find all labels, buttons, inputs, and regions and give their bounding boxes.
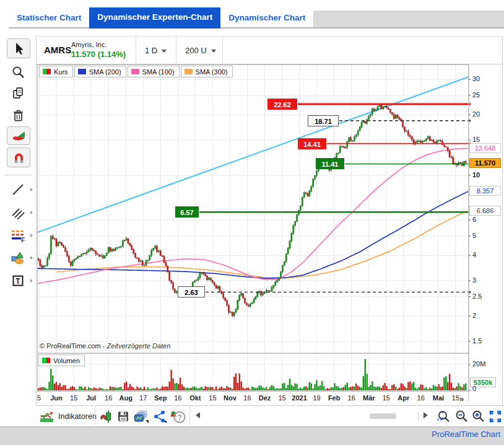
toolbar-thin-divider [418,411,419,420]
share-icon [153,410,167,423]
line-tool-button[interactable] [7,181,29,198]
zoom-out-icon [454,410,468,423]
scroll-forward-chevron[interactable]: » [459,394,464,403]
submenu-arrow-icon [30,211,33,214]
legend-item-sma-300-[interactable]: SMA (300) [181,66,233,77]
magnet-snap-button[interactable] [7,148,30,167]
legend-label: SMA (200) [89,68,121,76]
share-button[interactable] [152,408,167,425]
header-divider [176,37,176,64]
header-divider [222,37,223,64]
instrument-symbol: AMRS [44,45,71,55]
units-value: 200 U [185,46,207,55]
line-icon [11,183,25,196]
svg-text:F: F [21,237,25,243]
floppy-save-icon [117,410,129,423]
instrument-name: Amyris, Inc. [71,41,106,48]
legend-swatch-icon [131,69,139,74]
fibonacci-tool-button[interactable]: F [7,227,29,244]
submenu-arrow-icon [30,234,33,237]
legend-item-sma-100-[interactable]: SMA (100) [128,66,180,77]
price-level-badge-18.71[interactable]: 18.71 [308,115,339,126]
delete-tool-button[interactable] [7,107,29,124]
fullscreen-expand-icon [489,410,502,423]
price-level-badge-2.63[interactable]: 2.63 [178,286,205,297]
fibonacci-icon: F [11,229,25,242]
parallel-lines-icon [11,206,25,219]
svg-text:?: ? [178,413,182,422]
shapes-icon [11,251,25,265]
indicators-icon [40,410,54,423]
copy-tool-button[interactable] [7,84,29,102]
trash-icon [11,108,25,122]
zoom-tool-button[interactable] [7,63,29,81]
scroll-left-button[interactable] [196,412,200,418]
chevron-down-icon [211,50,216,53]
legend-item-sma-200-[interactable]: SMA (200) [74,66,126,77]
chart-views-button[interactable] [133,408,150,425]
alert-help-icon: ? [169,410,186,423]
legend-item-kurs[interactable]: Kurs [39,66,73,77]
text-icon: T [11,274,25,288]
instrument-price-change: 11.570 (1.14%) [71,50,126,59]
tab-dynamic-expert-chart[interactable]: Dynamischer Experten-Chart [89,7,220,29]
shapes-tool-button[interactable] [7,249,29,267]
scroll-right-button[interactable] [424,412,428,418]
price-level-badge-14.41[interactable]: 14.41 [298,138,326,149]
submenu-arrow-icon [30,188,33,192]
parallel-lines-tool-button[interactable] [7,204,29,221]
svg-text:T: T [15,277,20,286]
cursor-tool-button[interactable] [7,38,30,58]
text-tool-button[interactable]: T [7,272,29,289]
cursor-icon [12,42,25,55]
price-level-badge-22.62[interactable]: 22.62 [267,99,297,110]
trend-detect-button[interactable] [7,126,30,145]
tab-strip-filler [313,11,504,29]
timeframe-dropdown[interactable]: 1 D [145,37,167,64]
trend-swoosh-icon [11,130,26,142]
tab-dynamic-chart[interactable]: Dynamischer Chart [220,9,313,29]
magnifier-icon [11,65,25,79]
chart-settings-button[interactable] [99,408,114,425]
zoom-out-button[interactable] [454,408,469,425]
chart-legend: KursSMA (200)SMA (100)SMA (300) [39,66,233,77]
legend-label: SMA (100) [142,68,175,76]
save-button[interactable] [116,408,131,425]
chevron-down-icon [162,50,167,53]
prorealtime-chart-link[interactable]: ProRealTime Chart [432,430,500,439]
price-level-badge-11.41[interactable]: 11.41 [316,158,344,169]
volume-swatch-icon [42,358,50,363]
zoom-fit-icon [436,410,451,423]
fullscreen-button[interactable] [488,408,503,425]
volume-legend: Volumen [38,355,85,366]
prorealtime-app: Statischer Chart Dynamischer Experten-Ch… [0,0,504,445]
zoom-fit-button[interactable] [435,408,451,425]
toolbar-separator [189,407,190,425]
legend-label: Kurs [54,68,68,76]
tab-static-chart[interactable]: Statischer Chart [9,9,89,29]
stacked-windows-icon [133,410,149,423]
chart-scrollbar-thumb[interactable] [370,413,396,419]
price-level-badge-6.57[interactable]: 6.57 [175,206,199,218]
chart-toolbar: Indikatoren ? [36,405,504,426]
units-dropdown[interactable]: 200 U [185,37,216,64]
footer-strip: ProRealTime Chart [0,426,504,445]
toolbar-separator [95,407,95,425]
header-divider [136,37,136,64]
legend-swatch-icon [185,69,193,74]
legend-label: SMA (300) [196,68,228,76]
chart-header: AMRS Amyris, Inc. 11.570 (1.14%) 1 D 200… [37,37,502,64]
volume-legend-item[interactable]: Volumen [38,355,85,366]
legend-swatch-icon [78,69,86,74]
legend-swatch-icon [43,69,51,74]
zoom-in-button[interactable] [471,408,485,425]
indicators-button[interactable]: Indikatoren [40,408,97,425]
tab-bar: Statischer Chart Dynamischer Experten-Ch… [0,0,504,29]
drawing-tool-rail: F T [0,29,36,426]
price-chart-canvas[interactable] [37,64,471,403]
submenu-arrow-icon [30,256,33,260]
toolbar-divider [5,175,31,175]
magnet-icon [12,151,25,164]
help-alerts-button[interactable]: ? [169,408,186,425]
zoom-in-icon [471,410,485,423]
